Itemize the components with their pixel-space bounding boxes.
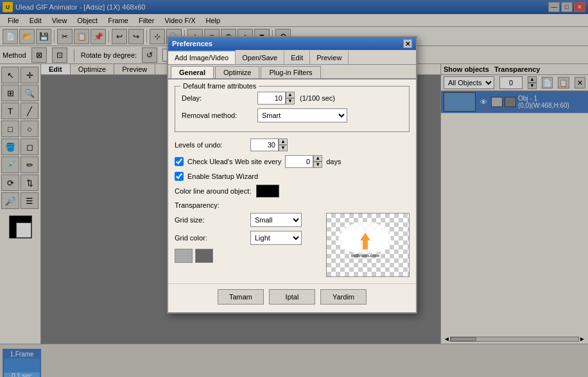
tab-open-save[interactable]: Open/Save — [236, 50, 284, 64]
startup-wizard-label: Enable Startup Wizard — [187, 172, 258, 180]
delay-unit: (1/100 sec) — [300, 94, 335, 102]
dialog-close-button[interactable]: ✕ — [403, 39, 412, 48]
delay-spin-wrapper: ▲ ▼ — [257, 92, 295, 105]
subtab-optimize[interactable]: Optimize — [215, 66, 259, 78]
check-ulead-up[interactable]: ▲ — [313, 155, 322, 162]
dialog-tabs: Add Image/Video Open/Save Edit Preview — [168, 50, 416, 65]
fieldset-legend: Default frame attributes — [180, 82, 259, 90]
subtab-plugin-filters[interactable]: Plug-in Filters — [261, 66, 320, 78]
levels-undo-row: Levels of undo: ▲ ▼ — [175, 138, 410, 151]
preferences-dialog: Preferences ✕ Add Image/Video Open/Save … — [167, 36, 417, 314]
color-line-swatch[interactable] — [256, 185, 279, 197]
grid-size-row: Grid size: Small Medium Large — [175, 213, 320, 227]
color-line-row: Color line around object: — [175, 185, 410, 197]
levels-undo-input[interactable] — [250, 138, 279, 151]
color-line-label: Color line around object: — [175, 187, 251, 195]
check-ulead-checkbox[interactable] — [175, 157, 184, 166]
transparency-label-row: Transparency: — [175, 201, 410, 209]
grid-size-select[interactable]: Small Medium Large — [250, 213, 302, 227]
delay-label: Delay: — [182, 94, 252, 102]
removal-select[interactable]: Smart Do not remove Leave — [257, 108, 347, 122]
grid-color-swatches — [175, 249, 320, 263]
delay-row: Delay: ▲ ▼ (1/100 sec) — [182, 92, 402, 105]
check-ulead-down[interactable]: ▼ — [313, 162, 322, 168]
grid-swatch-medium[interactable] — [175, 249, 193, 263]
delay-down-button[interactable]: ▼ — [286, 98, 295, 105]
ok-button[interactable]: Tamam — [218, 289, 264, 305]
svg-text:indirson.com: indirson.com — [351, 253, 379, 258]
transparency-controls: Grid size: Small Medium Large Grid color… — [175, 213, 320, 277]
grid-swatch-dark[interactable] — [195, 249, 213, 263]
check-ulead-input[interactable] — [285, 155, 313, 168]
dialog-body: Default frame attributes Delay: ▲ ▼ (1/1… — [168, 80, 416, 283]
startup-wizard-row: Enable Startup Wizard — [175, 172, 410, 181]
dialog-title: Preferences — [172, 40, 403, 47]
check-ulead-spin-wrapper: ▲ ▼ — [285, 155, 322, 168]
startup-wizard-checkbox[interactable] — [175, 172, 184, 181]
default-frame-fieldset: Default frame attributes Delay: ▲ ▼ (1/1… — [175, 86, 410, 132]
delay-up-button[interactable]: ▲ — [286, 92, 295, 98]
dialog-overlay: Preferences ✕ Add Image/Video Open/Save … — [0, 0, 588, 377]
transparency-section: Grid size: Small Medium Large Grid color… — [175, 213, 410, 277]
grid-color-row: Grid color: Light Medium Dark — [175, 231, 320, 245]
check-ulead-row: Check Ulead's Web site every ▲ ▼ days — [175, 155, 410, 168]
transparency-preview: indirson.com — [326, 213, 410, 277]
grid-color-select[interactable]: Light Medium Dark — [250, 231, 302, 245]
cancel-button[interactable]: Iptal — [269, 289, 315, 305]
levels-undo-label: Levels of undo: — [175, 141, 245, 149]
levels-spin-wrapper: ▲ ▼ — [250, 138, 288, 151]
grid-size-label: Grid size: — [175, 216, 245, 224]
transparency-preview-svg: indirson.com — [327, 214, 404, 262]
tab-edit[interactable]: Edit — [284, 50, 310, 64]
grid-color-label: Grid color: — [175, 234, 245, 242]
transparency-section-label: Transparency: — [175, 201, 245, 209]
delay-input[interactable] — [257, 92, 286, 105]
removal-label: Removal method: — [182, 112, 252, 119]
tab-add-image-video[interactable]: Add Image/Video — [168, 50, 236, 64]
tab-preview[interactable]: Preview — [310, 50, 349, 64]
dialog-subtabs: General Optimize Plug-in Filters — [168, 65, 416, 80]
subtab-general[interactable]: General — [171, 66, 214, 78]
help-button[interactable]: Yardim — [320, 289, 367, 305]
levels-down-button[interactable]: ▼ — [279, 145, 288, 151]
check-ulead-label: Check Ulead's Web site every — [187, 158, 281, 165]
dialog-footer: Tamam Iptal Yardim — [168, 283, 416, 312]
removal-row: Removal method: Smart Do not remove Leav… — [182, 108, 402, 122]
dialog-title-bar: Preferences ✕ — [168, 37, 416, 50]
levels-up-button[interactable]: ▲ — [279, 138, 288, 145]
check-ulead-unit: days — [326, 158, 341, 165]
